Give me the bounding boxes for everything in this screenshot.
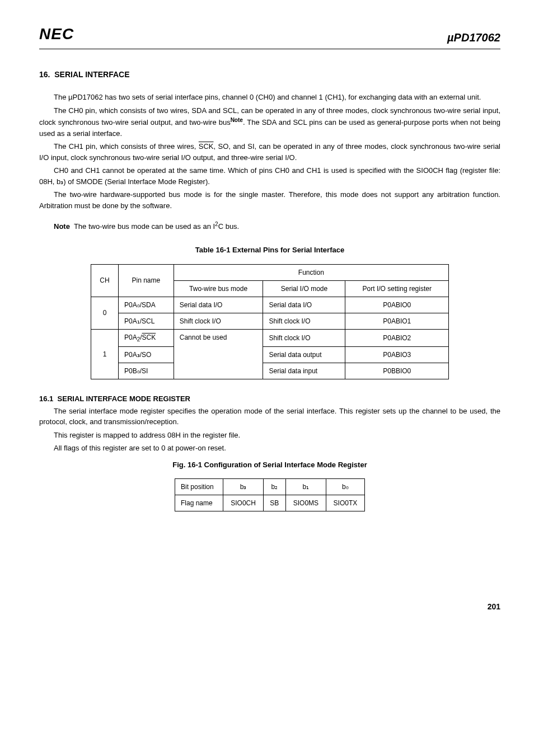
cell: Serial data input bbox=[263, 363, 345, 379]
register-config-table: Bit position b₃ b₂ b₁ b₀ Flag name SIO0C… bbox=[175, 478, 365, 511]
table-title: Table 16-1 External Pins for Serial Inte… bbox=[39, 245, 500, 256]
cell: b₃ bbox=[223, 479, 263, 495]
signal-sck: SCK bbox=[199, 142, 214, 151]
table-row: 0 P0A₀/SDA Serial data I/O Serial data I… bbox=[91, 297, 449, 313]
page-number: 201 bbox=[39, 601, 500, 613]
paragraph: CH0 and CH1 cannot be operated at the sa… bbox=[39, 165, 500, 187]
table-row: Bit position b₃ b₂ b₁ b₀ bbox=[175, 479, 365, 495]
section-heading: 16. SERIAL INTERFACE bbox=[39, 69, 500, 81]
col-twowire: Two-wire bus mode bbox=[174, 280, 263, 297]
paragraph: This register is mapped to address 08H i… bbox=[39, 430, 500, 441]
paragraph: The CH1 pin, which consists of three wir… bbox=[39, 141, 500, 163]
cell: SB bbox=[263, 495, 285, 511]
cell: P0ABIO0 bbox=[345, 297, 449, 313]
cell: P0ABIO1 bbox=[345, 313, 449, 329]
cell: Serial data I/O bbox=[263, 297, 345, 313]
cell: b₂ bbox=[263, 479, 285, 495]
section-title-text: SERIAL INTERFACE bbox=[54, 70, 129, 79]
cell: Serial data I/O bbox=[174, 297, 263, 313]
cell: Bit position bbox=[175, 479, 223, 495]
paragraph: The CH0 pin, which consists of two wires… bbox=[39, 105, 500, 139]
cell: Shift clock I/O bbox=[263, 329, 345, 346]
paragraph: The two-wire hardware-supported bus mode… bbox=[39, 189, 500, 211]
cell: SIO0TX bbox=[326, 495, 364, 511]
col-portreg: Port I/O setting register bbox=[345, 280, 449, 297]
cell: SIO0CH bbox=[223, 495, 263, 511]
cell: P0A₀/SDA bbox=[118, 297, 174, 313]
paragraph: All flags of this register are set to 0 … bbox=[39, 443, 500, 454]
cell: 0 bbox=[91, 297, 119, 329]
table-row: 1 P0A2/SCK Cannot be used Shift clock I/… bbox=[91, 329, 449, 346]
note-label: Note bbox=[54, 223, 70, 231]
note-superscript: Note bbox=[231, 117, 243, 123]
col-ch: CH bbox=[91, 264, 119, 297]
text: The CH1 pin, which consists of three wir… bbox=[54, 142, 199, 151]
cell: 1 bbox=[91, 329, 119, 379]
cell: Serial data output bbox=[263, 347, 345, 363]
cell: P0A₃/SO bbox=[118, 347, 174, 363]
cell: Flag name bbox=[175, 495, 223, 511]
part-code: PD17062 bbox=[454, 31, 500, 44]
cell: P0A₁/SCL bbox=[118, 313, 174, 329]
note: Note The two-wire bus mode can be used a… bbox=[54, 220, 500, 232]
col-serialio: Serial I/O mode bbox=[263, 280, 345, 297]
cell: P0BBIO0 bbox=[345, 363, 449, 379]
table-row: P0A₁/SCL Shift clock I/O Shift clock I/O… bbox=[91, 313, 449, 329]
cell: P0B₀/SI bbox=[118, 363, 174, 379]
mu: µ bbox=[447, 31, 454, 44]
cell: b₁ bbox=[285, 479, 326, 495]
cell: Shift clock I/O bbox=[263, 313, 345, 329]
subsection-heading: 16.1 SERIAL INTERFACE MODE REGISTER bbox=[39, 393, 500, 405]
cell: Shift clock I/O bbox=[174, 313, 263, 329]
page-header: NEC µPD17062 bbox=[39, 22, 500, 49]
brand-logo: NEC bbox=[39, 22, 74, 46]
cell: Cannot be used bbox=[174, 329, 263, 379]
cell: b₀ bbox=[326, 479, 364, 495]
cell: P0A2/SCK bbox=[118, 329, 174, 346]
cell: SIO0MS bbox=[285, 495, 326, 511]
pins-table: CH Pin name Function Two-wire bus mode S… bbox=[91, 264, 449, 379]
table-header-row: CH Pin name Function bbox=[91, 264, 449, 280]
paragraph: The serial interface mode register speci… bbox=[39, 406, 500, 428]
cell: P0ABIO2 bbox=[345, 329, 449, 346]
table-row: Flag name SIO0CH SB SIO0MS SIO0TX bbox=[175, 495, 365, 511]
figure-title: Fig. 16-1 Configuration of Serial Interf… bbox=[39, 459, 500, 471]
section-number: 16. bbox=[39, 70, 50, 79]
part-number: µPD17062 bbox=[447, 29, 500, 46]
subsection-number: 16.1 bbox=[39, 395, 53, 403]
table-row: P0A₃/SO Serial data output P0ABIO3 bbox=[91, 347, 449, 363]
col-pin: Pin name bbox=[118, 264, 174, 297]
col-function: Function bbox=[174, 264, 448, 280]
note-text: The two-wire bus mode can be used as an … bbox=[74, 223, 215, 231]
subsection-title-text: SERIAL INTERFACE MODE REGISTER bbox=[58, 395, 190, 403]
note-text: C bus. bbox=[218, 223, 240, 231]
paragraph: The µPD17062 has two sets of serial inte… bbox=[39, 92, 500, 103]
cell: P0ABIO3 bbox=[345, 347, 449, 363]
table-row: P0B₀/SI Serial data input P0BBIO0 bbox=[91, 363, 449, 379]
